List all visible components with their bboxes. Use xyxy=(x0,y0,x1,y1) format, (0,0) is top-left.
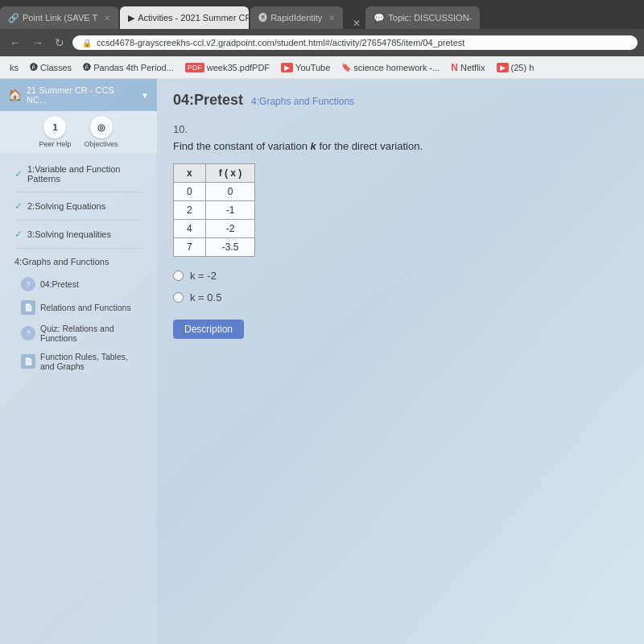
tab-icon-point-link: 🔗 xyxy=(8,13,19,23)
sidebar-label-sec1: 1:Variable and Function Patterns xyxy=(27,164,142,184)
question-icon-quiz: ? xyxy=(21,326,35,341)
bookmark-icon-youtube: ▶ xyxy=(281,63,293,72)
objectives-label: Objectives xyxy=(85,140,118,148)
bookmark-icon-classes: 🅐 xyxy=(30,63,38,72)
table-cell-fx2: -2 xyxy=(205,220,255,238)
page-title: 04:Pretest xyxy=(173,92,243,109)
address-bar-row: ← → ↻ 🔒 ccsd4678-grayscreekhs-ccl.v2.gra… xyxy=(0,29,644,56)
bookmark-label-week35: week35.pdfPDF xyxy=(207,63,270,72)
dropdown-icon: ▼ xyxy=(141,91,149,100)
description-button[interactable]: Description xyxy=(173,320,244,339)
table-header-x: x xyxy=(174,164,206,183)
peer-help-label: Peer Help xyxy=(39,140,71,148)
tab-close-rapididentity[interactable]: ✕ xyxy=(328,14,335,23)
page-title-row: 04:Pretest 4:Graphs and Functions xyxy=(173,92,628,120)
table-cell-fx0: 0 xyxy=(205,183,255,201)
bookmark-icon-25h: ▶ xyxy=(497,63,509,72)
table-cell-x1: 2 xyxy=(174,201,206,220)
sidebar-item-sec2[interactable]: ✓ 2:Solving Equations xyxy=(8,196,149,217)
back-button[interactable]: ← xyxy=(6,35,24,51)
table-cell-fx3: -3.5 xyxy=(205,238,255,257)
answer-label-1: k = -2 xyxy=(190,270,217,282)
sidebar: 🏠 21 Summer CR - CCS NC... ▼ 1 Peer Help… xyxy=(0,79,157,644)
home-icon: 🏠 xyxy=(8,89,22,101)
sidebar-sublabel-function-rules: Function Rules, Tables, and Graphs xyxy=(40,352,142,371)
bookmark-25h[interactable]: ▶ (25) h xyxy=(493,62,538,73)
bookmark-ks[interactable]: ks xyxy=(6,62,22,73)
bookmark-week35[interactable]: PDF week35.pdfPDF xyxy=(182,62,273,73)
tab-close-point-link[interactable]: ✕ xyxy=(104,14,110,23)
sidebar-sections: ✓ 1:Variable and Function Patterns ✓ 2:S… xyxy=(0,153,157,382)
table-cell-fx1: -1 xyxy=(205,201,255,220)
course-header[interactable]: 🏠 21 Summer CR - CCS NC... ▼ xyxy=(0,79,157,111)
bookmark-science[interactable]: 🔖 science homework -... xyxy=(338,62,443,73)
doc-icon-function-rules: 📄 xyxy=(21,354,35,369)
table-row: 4 -2 xyxy=(174,220,255,238)
question-number: 10. xyxy=(173,123,628,135)
check-icon-sec3: ✓ xyxy=(14,229,23,240)
tab-activities[interactable]: ▶ Activities - 2021 Summer CR - C( ✕ xyxy=(120,6,249,29)
tab-point-link[interactable]: 🔗 Point Link (SAVE T ✕ xyxy=(0,6,118,29)
sidebar-divider-1 xyxy=(16,192,141,192)
sidebar-item-sec4[interactable]: 4:Graphs and Functions xyxy=(8,252,149,271)
tab-label-activities: Activities - 2021 Summer CR - C( xyxy=(138,13,249,23)
objectives-circle: ◎ xyxy=(90,116,113,138)
bookmark-classes[interactable]: 🅐 Classes xyxy=(27,62,75,73)
bookmark-icon-science: 🔖 xyxy=(341,63,351,72)
table-cell-x3: 7 xyxy=(174,238,206,257)
objectives-icon: ◎ xyxy=(97,122,105,133)
table-row: 0 0 xyxy=(174,183,255,201)
tab-close-x[interactable]: ✕ xyxy=(348,18,365,29)
bookmark-label-classes: Classes xyxy=(40,63,72,72)
sidebar-item-sec1[interactable]: ✓ 1:Variable and Function Patterns xyxy=(8,159,149,188)
page-content: 04:Pretest 4:Graphs and Functions 10. Fi… xyxy=(157,79,644,644)
sidebar-sublabel-quiz: Quiz: Relations and Functions xyxy=(40,324,142,343)
tab-discussion[interactable]: 💬 Topic: DISCUSSION- xyxy=(365,6,480,29)
address-bar[interactable]: 🔒 ccsd4678-grayscreekhs-ccl.v2.gradpoint… xyxy=(72,35,638,50)
peer-help-bar: 1 Peer Help ◎ Objectives xyxy=(0,111,157,153)
bookmark-label-netflix: Netflix xyxy=(460,63,485,72)
sidebar-divider-3 xyxy=(16,248,141,249)
tab-rapididentity[interactable]: 🅜 RapidIdentity ✕ xyxy=(250,6,343,29)
bookmark-youtube[interactable]: ▶ YouTube xyxy=(278,62,333,73)
sidebar-label-sec3: 3:Solving Inequalities xyxy=(27,229,142,239)
peer-help-button[interactable]: 1 Peer Help xyxy=(39,116,71,148)
tab-label-point-link: Point Link (SAVE T xyxy=(23,13,97,23)
question-icon-pretest: ? xyxy=(21,277,35,291)
sidebar-subitem-function-rules[interactable]: 📄 Function Rules, Tables, and Graphs xyxy=(8,348,149,375)
bookmark-netflix[interactable]: N Netflix xyxy=(448,61,488,74)
bookmark-icon-week35: PDF xyxy=(185,63,204,72)
reload-button[interactable]: ↻ xyxy=(52,35,68,51)
sidebar-subitem-quiz[interactable]: ? Quiz: Relations and Functions xyxy=(8,320,149,347)
check-icon-sec1: ✓ xyxy=(14,168,23,180)
tab-icon-activities: ▶ xyxy=(128,13,134,23)
bookmark-icon-pandas: 🅐 xyxy=(83,63,91,72)
sidebar-label-sec4: 4:Graphs and Functions xyxy=(14,257,142,266)
peer-count: 1 xyxy=(52,122,57,132)
forward-button[interactable]: → xyxy=(29,35,47,51)
tab-bar: 🔗 Point Link (SAVE T ✕ ▶ Activities - 20… xyxy=(0,0,644,29)
main-content: 🏠 21 Summer CR - CCS NC... ▼ 1 Peer Help… xyxy=(0,79,644,644)
table-cell-x2: 4 xyxy=(174,220,206,238)
objectives-button[interactable]: ◎ Objectives xyxy=(85,116,118,148)
answer-option-1[interactable]: k = -2 xyxy=(173,270,628,282)
answer-option-2[interactable]: k = 0.5 xyxy=(173,291,628,303)
sidebar-sublabel-relations: Relations and Functions xyxy=(40,303,131,312)
answer-radio-1[interactable] xyxy=(173,270,184,281)
sidebar-sublabel-pretest: 04:Pretest xyxy=(40,279,79,289)
sidebar-subitem-pretest[interactable]: ? 04:Pretest xyxy=(8,273,149,295)
peer-circle: 1 xyxy=(43,116,66,138)
lock-icon: 🔒 xyxy=(82,39,92,47)
tab-icon-discussion: 💬 xyxy=(374,13,385,23)
peer-badge: 1 xyxy=(43,116,66,138)
bookmark-pandas[interactable]: 🅐 Pandas 4th Period... xyxy=(80,62,177,73)
sidebar-item-sec3[interactable]: ✓ 3:Solving Inequalities xyxy=(8,224,149,245)
sidebar-subitem-relations[interactable]: 📄 Relations and Functions xyxy=(8,296,149,319)
bookmark-label-25h: (25) h xyxy=(511,63,535,72)
tab-icon-rapididentity: 🅜 xyxy=(258,13,267,23)
browser-chrome: 🔗 Point Link (SAVE T ✕ ▶ Activities - 20… xyxy=(0,0,644,79)
answer-radio-2[interactable] xyxy=(173,292,184,303)
tab-label-rapididentity: RapidIdentity xyxy=(270,13,322,23)
bookmark-label-pandas: Pandas 4th Period... xyxy=(93,63,174,72)
answer-label-2: k = 0.5 xyxy=(190,291,221,303)
